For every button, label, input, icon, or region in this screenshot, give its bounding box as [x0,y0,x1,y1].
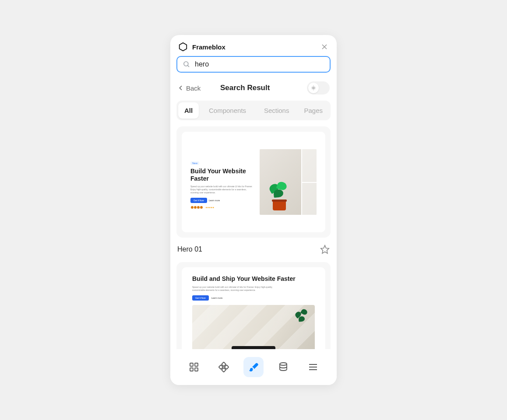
result-preview: Build and Ship Your Website Faster Speed… [182,267,325,349]
results-list[interactable]: New Build Your Website Faster Speed up y… [170,126,337,349]
nav-menu-button[interactable] [303,357,323,377]
preview-description: Speed up your website build with our ult… [190,185,254,194]
preview-title: Build and Ship Your Website Faster [192,275,315,283]
database-icon [278,362,289,372]
svg-rect-6 [190,368,193,371]
toggle-knob [308,83,319,93]
nav-database-button[interactable] [273,357,293,377]
menu-icon [308,362,318,372]
nav-components-button[interactable] [214,357,234,377]
svg-point-2 [313,87,314,89]
close-button[interactable] [320,42,329,51]
brand-name: Frameblox [192,43,316,51]
preview-primary-button: Get It Now [190,198,207,203]
preview-secondary-button: Learn more [211,297,223,299]
result-card[interactable]: New Build Your Website Faster Speed up y… [176,126,331,238]
svg-marker-3 [321,245,329,253]
result-label-row: Hero 01 [176,242,331,262]
header: Frameblox [170,35,337,56]
bottom-nav [170,349,337,385]
search-box [176,56,331,73]
tab-all[interactable]: All [178,102,199,119]
diamond-icon [218,362,229,372]
favorite-button[interactable] [320,245,330,254]
filter-tabs: All Components Sections Pages [176,101,331,120]
tab-components[interactable]: Components [200,102,255,119]
tab-sections[interactable]: Sections [256,102,297,119]
nav-layout-button[interactable] [184,357,204,377]
result-name: Hero 01 [177,245,202,253]
search-container [170,56,337,78]
theme-toggle[interactable] [307,81,330,94]
svg-point-12 [280,363,287,365]
result-bar: Back Search Result [170,78,337,101]
preview-primary-button: Get It Now [192,295,209,301]
preview-avatars: ★★★★★ [190,206,254,209]
brush-icon [248,362,259,372]
preview-image [260,149,317,215]
search-input[interactable] [195,60,324,68]
preview-description: Speed up your website build with our ult… [192,286,280,292]
result-title: Search Result [187,84,303,92]
tab-pages[interactable]: Pages [298,102,329,119]
svg-rect-7 [195,368,198,371]
preview-title: Build Your Website Faster [190,168,254,182]
preview-image [192,305,315,350]
svg-point-1 [184,62,188,66]
search-icon [183,60,190,68]
grid-icon [189,362,199,372]
star-icon [320,245,330,254]
svg-rect-4 [190,363,193,366]
result-preview: New Build Your Website Faster Speed up y… [182,132,325,232]
preview-badge: New [190,161,199,165]
sun-icon [311,85,316,91]
plugin-panel: Frameblox Back Search Result [170,35,337,385]
result-card[interactable]: Build and Ship Your Website Faster Speed… [176,262,331,349]
preview-secondary-button: Learn more [209,199,220,202]
svg-marker-0 [180,43,187,51]
brand-logo-icon [178,42,188,52]
svg-rect-5 [195,363,198,366]
nav-design-button[interactable] [243,357,264,377]
